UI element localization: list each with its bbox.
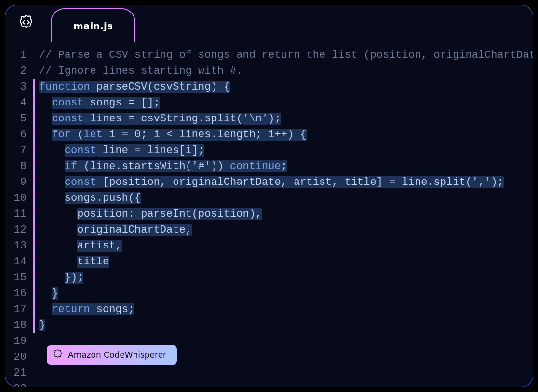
- gutter-number: 16: [5, 286, 33, 301]
- gutter-number: 17: [5, 301, 33, 317]
- code-content: });: [35, 270, 83, 286]
- code-content: const lines = csvString.split('\n');: [35, 111, 281, 127]
- gutter-number: 7: [5, 143, 33, 158]
- code-line[interactable]: 17 return songs;: [5, 301, 533, 317]
- code-content: position: parseInt(position),: [35, 206, 262, 222]
- gutter-number: 21: [5, 365, 33, 381]
- editor-window: main.js 1// Parse a CSV string of songs …: [5, 5, 533, 387]
- gutter-number: 18: [5, 317, 33, 333]
- code-line[interactable]: 8 if (line.startsWith('#')) continue;: [5, 158, 533, 174]
- gutter-number: 6: [5, 127, 33, 143]
- codewhisperer-label: Amazon CodeWhisperer: [68, 350, 166, 360]
- code-line[interactable]: 18}: [5, 317, 533, 333]
- gutter-number: 14: [5, 254, 33, 270]
- code-line[interactable]: 14 title: [5, 254, 533, 270]
- gutter-number: 3: [5, 79, 33, 95]
- tab-label: main.js: [73, 20, 113, 32]
- code-line[interactable]: 21: [5, 365, 533, 381]
- suggestion-accent-bar: [33, 365, 35, 381]
- gutter-number: 2: [5, 63, 33, 79]
- code-content: const [position, originalChartDate, arti…: [35, 174, 504, 190]
- codewhisperer-badge[interactable]: Amazon CodeWhisperer: [47, 345, 177, 365]
- gutter-number: 4: [5, 95, 33, 111]
- gutter-number: 8: [5, 158, 33, 174]
- code-content: return songs;: [35, 301, 134, 317]
- code-line[interactable]: 10 songs.push({: [5, 190, 533, 206]
- tab-main-js[interactable]: main.js: [51, 8, 135, 42]
- code-line[interactable]: 1// Parse a CSV string of songs and retu…: [5, 47, 533, 63]
- code-editor[interactable]: 1// Parse a CSV string of songs and retu…: [5, 42, 533, 387]
- topbar: main.js: [5, 5, 533, 42]
- suggestion-accent-bar: [33, 349, 35, 365]
- code-line[interactable]: 4 const songs = [];: [5, 95, 533, 111]
- code-line[interactable]: 11 position: parseInt(position),: [5, 206, 533, 222]
- code-content: if (line.startsWith('#')) continue;: [35, 158, 287, 174]
- code-content: const line = lines[i];: [35, 143, 204, 158]
- suggestion-accent-bar: [33, 381, 35, 387]
- code-content: }: [35, 317, 45, 333]
- code-line[interactable]: 5 const lines = csvString.split('\n');: [5, 111, 533, 127]
- code-line[interactable]: 6 for (let i = 0; i < lines.length; i++)…: [5, 127, 533, 143]
- code-line[interactable]: 3function parseCSV(csvString) {: [5, 79, 533, 95]
- code-content: }: [35, 286, 58, 301]
- gutter-number: 11: [5, 206, 33, 222]
- code-content: // Parse a CSV string of songs and retur…: [35, 47, 533, 63]
- code-line[interactable]: 22: [5, 381, 533, 387]
- suggestion-accent-bar: [33, 333, 35, 349]
- gutter-number: 19: [5, 333, 33, 349]
- gutter-number: 10: [5, 190, 33, 206]
- code-content: function parseCSV(csvString) {: [35, 79, 230, 95]
- code-content: const songs = [];: [35, 95, 160, 111]
- code-line[interactable]: 13 artist,: [5, 238, 533, 254]
- gutter-number: 22: [5, 381, 33, 387]
- code-content: for (let i = 0; i < lines.length; i++) {: [35, 127, 307, 143]
- codewhisperer-icon: [53, 349, 63, 362]
- code-content: songs.push({: [35, 190, 141, 206]
- code-line[interactable]: 2// Ignore lines starting with #.: [5, 63, 533, 79]
- code-line[interactable]: 16 }: [5, 286, 533, 301]
- app-logo-icon: [18, 14, 34, 30]
- gutter-number: 5: [5, 111, 33, 127]
- gutter-number: 1: [5, 47, 33, 63]
- code-content: title: [35, 254, 109, 270]
- code-line[interactable]: 7 const line = lines[i];: [5, 143, 533, 158]
- code-line[interactable]: 12 originalChartDate,: [5, 222, 533, 238]
- code-content: // Ignore lines starting with #.: [35, 63, 242, 79]
- code-line[interactable]: 15 });: [5, 270, 533, 286]
- code-line[interactable]: 9 const [position, originalChartDate, ar…: [5, 174, 533, 190]
- gutter-number: 9: [5, 174, 33, 190]
- gutter-number: 13: [5, 238, 33, 254]
- code-content: originalChartDate,: [35, 222, 192, 238]
- code-content: artist,: [35, 238, 122, 254]
- gutter-number: 20: [5, 349, 33, 365]
- gutter-number: 12: [5, 222, 33, 238]
- gutter-number: 15: [5, 270, 33, 286]
